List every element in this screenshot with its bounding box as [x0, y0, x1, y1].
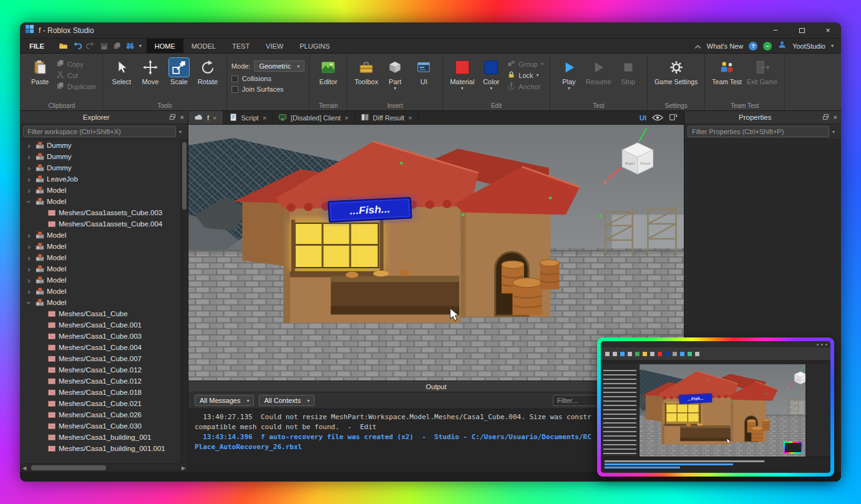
resume-button[interactable]: Resume	[583, 57, 614, 87]
doc-tab-diff[interactable]: Diff Result×	[355, 111, 419, 124]
team-test-button[interactable]: Team Test	[709, 57, 744, 87]
join-surfaces-checkbox[interactable]	[231, 86, 238, 93]
ui-button[interactable]: UI	[409, 57, 438, 87]
group-button[interactable]: Group▾	[505, 59, 545, 69]
doc-tab-script[interactable]: Script×	[223, 111, 273, 124]
explorer-filter-input[interactable]	[23, 126, 176, 137]
tab-model[interactable]: MODEL	[183, 39, 224, 53]
undo-icon[interactable]	[72, 41, 82, 51]
tree-item[interactable]: ›Model	[20, 185, 180, 196]
output-messages-dropdown[interactable]: All Messages▾	[195, 395, 254, 406]
part-button[interactable]: Part ▾	[381, 57, 409, 91]
chevron-icon[interactable]: ›	[25, 299, 33, 307]
color-button[interactable]: Color ▾	[477, 57, 505, 91]
float-panel-icon[interactable]	[169, 114, 176, 122]
float-panel-icon[interactable]	[822, 114, 829, 122]
tab-close-icon[interactable]: ×	[344, 114, 348, 122]
tree-item[interactable]: ›LeaveJob	[20, 173, 180, 185]
tree-item[interactable]: ›Meshes/Casa1_Cube.003	[20, 331, 180, 342]
paste-button[interactable]: Paste	[26, 57, 54, 87]
material-button[interactable]: Material ▾	[447, 57, 477, 91]
move-tool-button[interactable]: Move	[136, 57, 165, 87]
scale-tool-button[interactable]: Scale	[165, 57, 193, 87]
find-icon[interactable]	[125, 41, 135, 51]
scroll-right-icon[interactable]: ▶	[179, 465, 188, 471]
material-caret-icon[interactable]: ▾	[461, 87, 464, 90]
tab-close-icon[interactable]: ×	[213, 114, 216, 122]
play-caret-icon[interactable]: ▾	[568, 87, 570, 90]
chevron-icon[interactable]: ›	[25, 187, 33, 195]
chevron-icon[interactable]: ›	[25, 164, 33, 172]
title-bar[interactable]: f - Roblox Studio − ×	[20, 22, 841, 39]
tab-plugins[interactable]: PLUGINS	[291, 39, 338, 53]
maximize-button[interactable]	[789, 22, 815, 38]
tree-item[interactable]: ›Model	[20, 263, 180, 274]
collisions-checkbox[interactable]	[231, 75, 238, 82]
tree-item[interactable]: ›Dummy	[20, 140, 180, 151]
lock-button[interactable]: Lock▾	[505, 70, 545, 80]
chevron-icon[interactable]: ›	[25, 254, 33, 262]
doc-tab-place[interactable]: f×	[188, 111, 223, 124]
play-button[interactable]: Play ▾	[555, 57, 583, 91]
tree-item[interactable]: ›Meshes/Casa1_Cube.007	[20, 353, 180, 364]
tree-item[interactable]: ›Dummy	[20, 162, 180, 173]
exit-game-button[interactable]: Exit Game	[744, 57, 780, 87]
anchor-button[interactable]: Anchor	[505, 82, 545, 91]
properties-filter-caret-icon[interactable]: ▾	[829, 126, 838, 137]
account-caret-icon[interactable]: ▾	[831, 43, 834, 49]
whats-new-link[interactable]: What's New	[707, 42, 743, 50]
scroll-left-icon[interactable]: ◀	[20, 465, 29, 471]
mode-dropdown[interactable]: Geometric▾	[254, 61, 304, 72]
tree-item[interactable]: ›Model	[20, 274, 180, 286]
tab-home[interactable]: HOME	[147, 39, 183, 53]
chevron-icon[interactable]: ›	[25, 198, 33, 206]
help-icon[interactable]: ?	[749, 42, 757, 51]
tree-item[interactable]: ›Meshes/Casa1_Cube.004	[20, 342, 180, 353]
chevron-icon[interactable]: ›	[25, 231, 33, 240]
chevron-icon[interactable]: ›	[25, 276, 33, 284]
close-panel-icon[interactable]: ×	[834, 114, 837, 121]
tree-item[interactable]: ›Meshes/Casa1assets_Cube.003	[20, 207, 180, 218]
explorer-filter-caret-icon[interactable]: ▾	[176, 126, 185, 137]
share-icon[interactable]	[777, 40, 787, 52]
output-contexts-dropdown[interactable]: All Contexts▾	[259, 395, 314, 406]
select-tool-button[interactable]: Select	[107, 57, 136, 87]
chevron-icon[interactable]: ›	[25, 153, 33, 161]
eye-icon[interactable]	[652, 112, 663, 124]
duplicate-button[interactable]: Duplicate	[54, 82, 98, 91]
ui-visibility-toggle[interactable]: UI	[640, 114, 646, 122]
tree-item[interactable]: ›Model	[20, 252, 180, 263]
tab-test[interactable]: TEST	[224, 39, 258, 53]
tree-item[interactable]: ›Meshes/Casa1_Cube.018	[20, 387, 180, 398]
tab-close-icon[interactable]: ×	[408, 114, 412, 122]
quick-access-caret-icon[interactable]: ▾	[139, 43, 142, 49]
doc-tab-client[interactable]: [Disabled] Client×	[273, 111, 355, 124]
chevron-icon[interactable]: ›	[25, 243, 33, 251]
tree-item[interactable]: ›Meshes/Casa1_Cube	[20, 308, 180, 319]
tree-item[interactable]: ›Meshes/Casa1_Cube.030	[20, 420, 180, 432]
tree-item[interactable]: ›Model	[20, 297, 180, 308]
chevron-icon[interactable]: ›	[25, 288, 33, 296]
game-settings-button[interactable]: Game Settings	[652, 57, 700, 87]
explorer-horizontal-scrollbar[interactable]: ◀ ▶	[20, 463, 188, 472]
minimize-button[interactable]: −	[762, 22, 789, 38]
properties-filter-input[interactable]	[688, 126, 829, 137]
redo-icon[interactable]	[86, 41, 95, 51]
tree-item[interactable]: ›Model	[20, 230, 180, 241]
close-panel-icon[interactable]: ×	[180, 114, 184, 121]
terrain-editor-button[interactable]: Editor	[314, 57, 343, 87]
rotate-tool-button[interactable]: Rotate	[193, 57, 222, 87]
color-caret-icon[interactable]: ▾	[490, 87, 492, 90]
chevron-icon[interactable]: ›	[25, 265, 33, 273]
tree-item[interactable]: ›Meshes/Casa1_Cube.001	[20, 319, 180, 331]
toolbox-button[interactable]: Toolbox	[352, 57, 381, 87]
device-emulation-icon[interactable]	[669, 112, 678, 124]
account-menu[interactable]: YootStudio	[792, 42, 825, 50]
tree-item[interactable]: ›Dummy	[20, 151, 180, 162]
publish-icon[interactable]	[113, 42, 121, 50]
file-menu-button[interactable]: FILE	[20, 39, 54, 53]
chevron-icon[interactable]: ›	[25, 175, 33, 183]
part-caret-icon[interactable]: ▾	[394, 87, 396, 90]
save-icon[interactable]	[100, 42, 109, 51]
copy-button[interactable]: Copy	[54, 59, 98, 69]
